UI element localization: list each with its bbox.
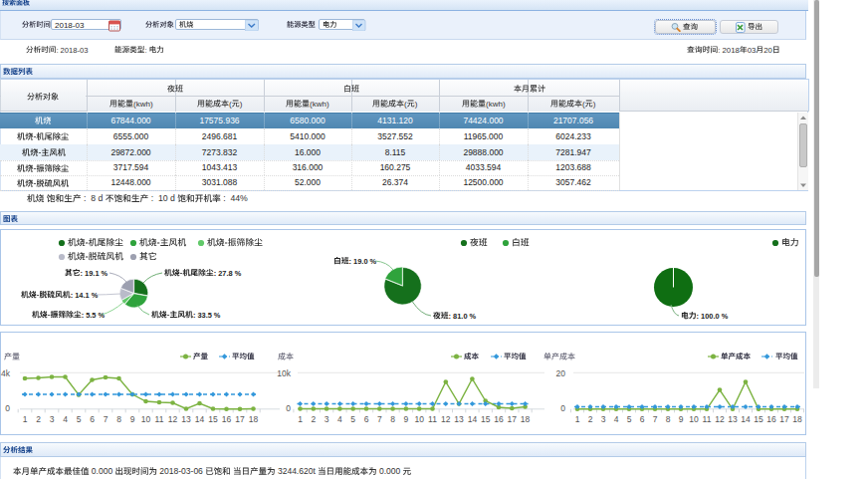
svg-text:14: 14: [741, 414, 751, 424]
svg-text:13: 13: [728, 414, 738, 424]
svg-text:6: 6: [364, 414, 369, 424]
svg-text:: 5.5 %: : 5.5 %: [82, 311, 106, 320]
svg-text:: 33.5 %: : 33.5 %: [193, 311, 221, 320]
svg-text:8: 8: [116, 414, 121, 424]
svg-text:15: 15: [208, 414, 218, 424]
svg-text:(kwh): (kwh): [486, 99, 506, 108]
svg-text:8: 8: [390, 414, 395, 424]
svg-text:4: 4: [614, 414, 619, 424]
svg-text:14: 14: [195, 414, 205, 424]
svg-text:10: 10: [689, 414, 699, 424]
svg-text:12: 12: [168, 414, 178, 424]
svg-text::: :: [144, 45, 148, 54]
svg-text:16: 16: [766, 414, 776, 424]
svg-text:18: 18: [792, 414, 802, 424]
svg-text:10: 10: [414, 414, 424, 424]
svg-text:3: 3: [325, 414, 329, 424]
svg-text:9: 9: [130, 414, 135, 424]
svg-text:18: 18: [521, 414, 531, 424]
svg-text:11: 11: [428, 414, 437, 424]
svg-text:11: 11: [155, 414, 164, 424]
svg-text:20: 20: [764, 45, 773, 54]
svg-text:2: 2: [588, 414, 593, 424]
svg-text:5: 5: [350, 414, 355, 424]
svg-text:10: 10: [141, 414, 151, 424]
svg-text:17: 17: [235, 414, 245, 424]
svg-text:): ): [415, 99, 418, 108]
svg-text:6: 6: [90, 414, 95, 424]
svg-text:9: 9: [404, 414, 409, 424]
svg-text:3: 3: [601, 414, 606, 424]
svg-text:(: (: [229, 99, 232, 108]
svg-text:7: 7: [653, 414, 658, 424]
svg-text:): ): [593, 99, 596, 108]
svg-text:17: 17: [508, 414, 518, 424]
svg-text:1: 1: [575, 414, 580, 424]
svg-text:12: 12: [715, 414, 725, 424]
svg-text:: 2018: : 2018: [719, 45, 741, 54]
svg-text:(: (: [404, 99, 407, 108]
svg-text:15: 15: [754, 414, 763, 424]
svg-text:: 100.0 %: : 100.0 %: [697, 312, 729, 321]
svg-text:: 10 d: : 10 d: [148, 193, 177, 203]
svg-text:): ): [239, 99, 242, 108]
svg-text:5: 5: [627, 414, 632, 424]
svg-text:15: 15: [481, 414, 491, 424]
svg-text:: 44%: : 44%: [221, 193, 248, 203]
svg-text:2: 2: [311, 414, 316, 424]
svg-text:03: 03: [748, 45, 757, 54]
svg-text:4: 4: [337, 414, 342, 424]
svg-text:1: 1: [23, 414, 28, 424]
svg-text:16: 16: [222, 414, 232, 424]
svg-text:(: (: [582, 99, 585, 108]
svg-text:13: 13: [454, 414, 464, 424]
svg-text:: 19.0 %: : 19.0 %: [349, 257, 377, 266]
svg-text:1: 1: [298, 414, 303, 424]
svg-text:7: 7: [104, 414, 108, 424]
svg-text:6: 6: [640, 414, 645, 424]
svg-text:: 19.1 %: : 19.1 %: [80, 269, 108, 278]
svg-text:17: 17: [779, 414, 789, 424]
svg-text:16: 16: [494, 414, 504, 424]
svg-text:11: 11: [703, 414, 712, 424]
svg-text:(kwh): (kwh): [310, 99, 329, 108]
svg-text:2: 2: [36, 414, 41, 424]
svg-text:(kwh): (kwh): [133, 99, 153, 108]
svg-text:: 2018-03: : 2018-03: [56, 45, 88, 54]
svg-text:5: 5: [77, 414, 82, 424]
svg-text:9: 9: [679, 414, 684, 424]
svg-text:: 8 d: : 8 d: [82, 193, 106, 203]
svg-text:14: 14: [468, 414, 478, 424]
svg-text:7: 7: [377, 414, 382, 424]
svg-text:13: 13: [181, 414, 191, 424]
svg-text:4: 4: [63, 414, 68, 424]
svg-text:: 27.8 %: : 27.8 %: [214, 269, 242, 278]
svg-text:: 81.0 %: : 81.0 %: [449, 312, 477, 321]
svg-text:: 14.1 %: : 14.1 %: [71, 291, 99, 300]
svg-text:12: 12: [441, 414, 451, 424]
svg-text:3: 3: [50, 414, 55, 424]
svg-text:18: 18: [249, 414, 259, 424]
svg-text:8: 8: [666, 414, 671, 424]
